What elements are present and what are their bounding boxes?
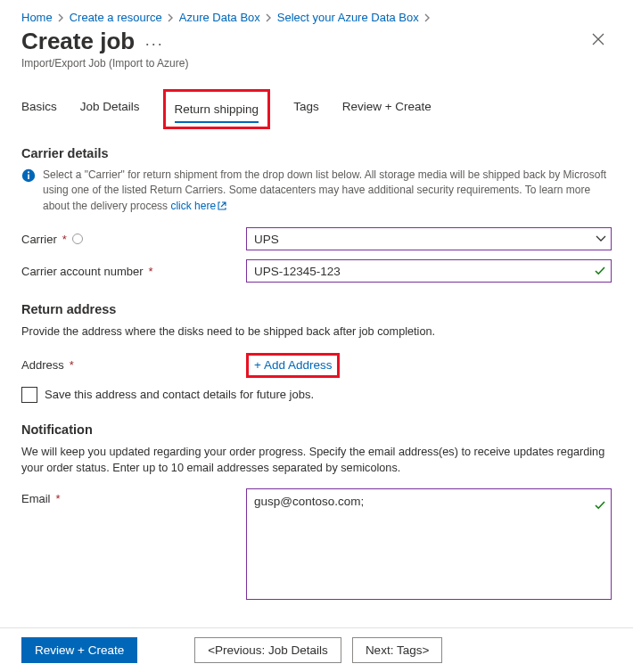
carrier-info-text: Select a "Carrier" for return shipment f…: [43, 168, 606, 212]
more-actions-icon[interactable]: ···: [145, 35, 164, 53]
previous-button[interactable]: <Previous: Job Details: [194, 637, 341, 663]
valid-check-icon: [594, 265, 606, 277]
return-address-desc: Provide the address where the disks need…: [21, 324, 612, 340]
chevron-right-icon: [168, 13, 174, 22]
chevron-right-icon: [266, 13, 272, 22]
breadcrumb-home[interactable]: Home: [21, 11, 53, 24]
breadcrumb-select-data-box[interactable]: Select your Azure Data Box: [277, 11, 419, 24]
breadcrumb-create-resource[interactable]: Create a resource: [70, 11, 162, 24]
add-address-link[interactable]: + Add Address: [254, 358, 332, 372]
chevron-down-icon: [596, 235, 606, 242]
valid-check-icon: [594, 499, 606, 512]
info-icon: [21, 168, 36, 183]
tab-job-details[interactable]: Job Details: [80, 94, 140, 126]
delivery-info-link[interactable]: click here: [170, 200, 226, 212]
tab-tags[interactable]: Tags: [293, 94, 319, 126]
breadcrumb-azure-data-box[interactable]: Azure Data Box: [179, 11, 260, 24]
carrier-select[interactable]: UPS: [246, 227, 612, 250]
page-subtitle: Import/Export Job (Import to Azure): [21, 57, 188, 70]
notification-heading: Notification: [21, 422, 612, 437]
close-icon: [592, 33, 604, 45]
carrier-account-label: Carrier account number: [21, 265, 144, 278]
tab-review-create[interactable]: Review + Create: [342, 94, 432, 126]
breadcrumb: Home Create a resource Azure Data Box Se…: [21, 11, 612, 24]
tab-return-shipping[interactable]: Return shipping: [175, 97, 259, 123]
required-icon: *: [149, 265, 153, 278]
carrier-select-value: UPS: [246, 227, 612, 250]
email-label: Email: [21, 492, 51, 505]
svg-rect-1: [28, 175, 29, 180]
save-address-label: Save this address and contact details fo…: [45, 388, 314, 401]
notification-desc: We will keep you updated regarding your …: [21, 444, 612, 477]
email-input[interactable]: [246, 488, 612, 600]
chevron-right-icon: [424, 13, 431, 22]
close-button[interactable]: [585, 28, 612, 53]
chevron-right-icon: [58, 13, 64, 22]
review-create-button[interactable]: Review + Create: [21, 637, 137, 663]
next-button[interactable]: Next: Tags>: [352, 637, 442, 663]
save-address-checkbox[interactable]: [21, 387, 37, 403]
tab-basics[interactable]: Basics: [21, 94, 57, 126]
address-label: Address: [21, 358, 64, 372]
carrier-details-heading: Carrier details: [21, 146, 612, 160]
required-icon: *: [62, 233, 67, 246]
carrier-label: Carrier: [21, 233, 57, 246]
required-icon: *: [56, 492, 61, 505]
page-title: Create job: [21, 28, 135, 54]
help-icon[interactable]: [72, 234, 83, 244]
carrier-account-input[interactable]: [246, 259, 612, 283]
carrier-info: Select a "Carrier" for return shipment f…: [21, 168, 612, 215]
return-address-heading: Return address: [21, 302, 612, 316]
external-link-icon: [218, 200, 226, 215]
required-icon: *: [70, 358, 74, 372]
footer-bar: Review + Create <Previous: Job Details N…: [0, 627, 633, 672]
tab-bar: Basics Job Details Return shipping Tags …: [21, 94, 612, 127]
svg-point-2: [28, 171, 29, 173]
